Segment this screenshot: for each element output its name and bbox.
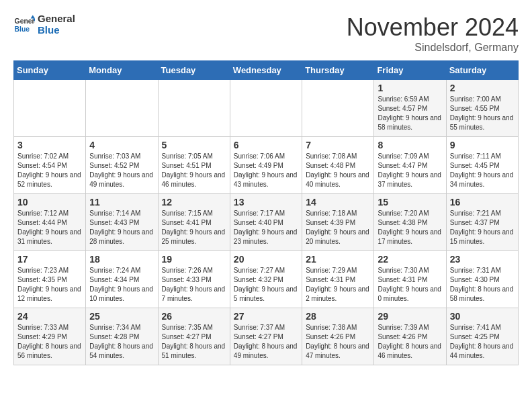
table-row: 11Sunrise: 7:14 AM Sunset: 4:43 PM Dayli… — [86, 194, 158, 251]
day-number: 7 — [306, 140, 370, 150]
table-row — [86, 80, 158, 137]
svg-text:Blue: Blue — [15, 25, 30, 32]
svg-text:General: General — [15, 17, 35, 25]
table-row: 10Sunrise: 7:12 AM Sunset: 4:44 PM Dayli… — [14, 194, 86, 251]
table-row: 1Sunrise: 6:59 AM Sunset: 4:57 PM Daylig… — [374, 80, 446, 137]
header-monday: Monday — [86, 61, 158, 80]
day-number: 4 — [89, 140, 154, 150]
day-info: Sunrise: 7:08 AM Sunset: 4:48 PM Dayligh… — [306, 152, 370, 189]
logo: General Blue General Blue — [13, 13, 75, 36]
day-info: Sunrise: 7:24 AM Sunset: 4:34 PM Dayligh… — [89, 266, 154, 304]
day-number: 24 — [17, 311, 82, 322]
table-row: 6Sunrise: 7:06 AM Sunset: 4:49 PM Daylig… — [230, 137, 302, 194]
day-info: Sunrise: 7:18 AM Sunset: 4:39 PM Dayligh… — [306, 209, 370, 246]
day-info: Sunrise: 7:39 AM Sunset: 4:26 PM Dayligh… — [378, 323, 442, 361]
title-section: November 2024 Sindelsdorf, Germany — [347, 13, 519, 54]
day-info: Sunrise: 7:02 AM Sunset: 4:54 PM Dayligh… — [17, 152, 82, 189]
header-thursday: Thursday — [302, 61, 374, 80]
day-info: Sunrise: 7:14 AM Sunset: 4:43 PM Dayligh… — [89, 209, 154, 246]
day-number: 28 — [306, 311, 370, 322]
header-sunday: Sunday — [14, 61, 86, 80]
table-row: 14Sunrise: 7:18 AM Sunset: 4:39 PM Dayli… — [302, 194, 374, 251]
table-row: 28Sunrise: 7:38 AM Sunset: 4:26 PM Dayli… — [302, 308, 374, 365]
day-number: 23 — [450, 254, 515, 265]
logo-line1: General — [38, 13, 75, 25]
calendar-title: November 2024 — [347, 13, 519, 42]
table-row: 19Sunrise: 7:26 AM Sunset: 4:33 PM Dayli… — [158, 251, 230, 308]
day-info: Sunrise: 7:29 AM Sunset: 4:31 PM Dayligh… — [306, 266, 370, 304]
table-row: 25Sunrise: 7:34 AM Sunset: 4:28 PM Dayli… — [86, 308, 158, 365]
table-row: 22Sunrise: 7:30 AM Sunset: 4:31 PM Dayli… — [374, 251, 446, 308]
day-info: Sunrise: 7:33 AM Sunset: 4:29 PM Dayligh… — [17, 323, 82, 361]
day-number: 6 — [234, 140, 298, 150]
table-row: 24Sunrise: 7:33 AM Sunset: 4:29 PM Dayli… — [14, 308, 86, 365]
table-row — [158, 80, 230, 137]
table-row: 13Sunrise: 7:17 AM Sunset: 4:40 PM Dayli… — [230, 194, 302, 251]
day-number: 22 — [378, 254, 442, 265]
day-number: 11 — [89, 197, 154, 208]
table-row: 7Sunrise: 7:08 AM Sunset: 4:48 PM Daylig… — [302, 137, 374, 194]
table-row: 18Sunrise: 7:24 AM Sunset: 4:34 PM Dayli… — [86, 251, 158, 308]
day-number: 9 — [450, 140, 515, 150]
header-friday: Friday — [374, 61, 446, 80]
logo-icon: General Blue — [13, 14, 35, 36]
header-wednesday: Wednesday — [230, 61, 302, 80]
table-row: 20Sunrise: 7:27 AM Sunset: 4:32 PM Dayli… — [230, 251, 302, 308]
day-number: 29 — [378, 311, 442, 322]
day-number: 15 — [378, 197, 442, 208]
day-info: Sunrise: 7:17 AM Sunset: 4:40 PM Dayligh… — [234, 209, 298, 246]
day-info: Sunrise: 7:11 AM Sunset: 4:45 PM Dayligh… — [450, 152, 515, 189]
day-info: Sunrise: 7:20 AM Sunset: 4:38 PM Dayligh… — [378, 209, 442, 246]
day-info: Sunrise: 7:05 AM Sunset: 4:51 PM Dayligh… — [162, 152, 226, 189]
table-row: 15Sunrise: 7:20 AM Sunset: 4:38 PM Dayli… — [374, 194, 446, 251]
day-number: 13 — [234, 197, 298, 208]
table-row: 21Sunrise: 7:29 AM Sunset: 4:31 PM Dayli… — [302, 251, 374, 308]
table-row: 9Sunrise: 7:11 AM Sunset: 4:45 PM Daylig… — [446, 137, 518, 194]
day-number: 2 — [450, 83, 515, 93]
calendar-body: 1Sunrise: 6:59 AM Sunset: 4:57 PM Daylig… — [14, 80, 519, 365]
day-info: Sunrise: 6:59 AM Sunset: 4:57 PM Dayligh… — [378, 95, 442, 132]
day-number: 5 — [162, 140, 226, 150]
calendar-table: Sunday Monday Tuesday Wednesday Thursday… — [13, 60, 519, 365]
day-number: 12 — [162, 197, 226, 208]
day-info: Sunrise: 7:35 AM Sunset: 4:27 PM Dayligh… — [162, 323, 226, 361]
day-number: 25 — [89, 311, 154, 322]
day-number: 27 — [234, 311, 298, 322]
table-row: 17Sunrise: 7:23 AM Sunset: 4:35 PM Dayli… — [14, 251, 86, 308]
day-number: 1 — [378, 83, 442, 93]
day-info: Sunrise: 7:31 AM Sunset: 4:30 PM Dayligh… — [450, 266, 515, 304]
day-number: 16 — [450, 197, 515, 208]
header-saturday: Saturday — [446, 61, 518, 80]
day-number: 21 — [306, 254, 370, 265]
day-number: 10 — [17, 197, 82, 208]
svg-marker-2 — [31, 15, 35, 18]
day-number: 26 — [162, 311, 226, 322]
day-info: Sunrise: 7:37 AM Sunset: 4:27 PM Dayligh… — [234, 323, 298, 361]
day-info: Sunrise: 7:30 AM Sunset: 4:31 PM Dayligh… — [378, 266, 442, 304]
table-row — [230, 80, 302, 137]
header-tuesday: Tuesday — [158, 61, 230, 80]
day-info: Sunrise: 7:41 AM Sunset: 4:25 PM Dayligh… — [450, 323, 515, 361]
calendar-header: Sunday Monday Tuesday Wednesday Thursday… — [14, 61, 519, 80]
day-number: 17 — [17, 254, 82, 265]
day-info: Sunrise: 7:26 AM Sunset: 4:33 PM Dayligh… — [162, 266, 226, 304]
table-row: 16Sunrise: 7:21 AM Sunset: 4:37 PM Dayli… — [446, 194, 518, 251]
day-info: Sunrise: 7:34 AM Sunset: 4:28 PM Dayligh… — [89, 323, 154, 361]
day-number: 18 — [89, 254, 154, 265]
table-row: 4Sunrise: 7:03 AM Sunset: 4:52 PM Daylig… — [86, 137, 158, 194]
day-info: Sunrise: 7:09 AM Sunset: 4:47 PM Dayligh… — [378, 152, 442, 189]
table-row: 12Sunrise: 7:15 AM Sunset: 4:41 PM Dayli… — [158, 194, 230, 251]
day-number: 20 — [234, 254, 298, 265]
table-row: 3Sunrise: 7:02 AM Sunset: 4:54 PM Daylig… — [14, 137, 86, 194]
day-info: Sunrise: 7:12 AM Sunset: 4:44 PM Dayligh… — [17, 209, 82, 246]
table-row: 23Sunrise: 7:31 AM Sunset: 4:30 PM Dayli… — [446, 251, 518, 308]
table-row — [14, 80, 86, 137]
table-row: 5Sunrise: 7:05 AM Sunset: 4:51 PM Daylig… — [158, 137, 230, 194]
table-row: 26Sunrise: 7:35 AM Sunset: 4:27 PM Dayli… — [158, 308, 230, 365]
day-info: Sunrise: 7:03 AM Sunset: 4:52 PM Dayligh… — [89, 152, 154, 189]
day-info: Sunrise: 7:06 AM Sunset: 4:49 PM Dayligh… — [234, 152, 298, 189]
calendar-subtitle: Sindelsdorf, Germany — [347, 42, 519, 54]
logo-line2: Blue — [38, 25, 75, 36]
table-row: 29Sunrise: 7:39 AM Sunset: 4:26 PM Dayli… — [374, 308, 446, 365]
day-number: 14 — [306, 197, 370, 208]
